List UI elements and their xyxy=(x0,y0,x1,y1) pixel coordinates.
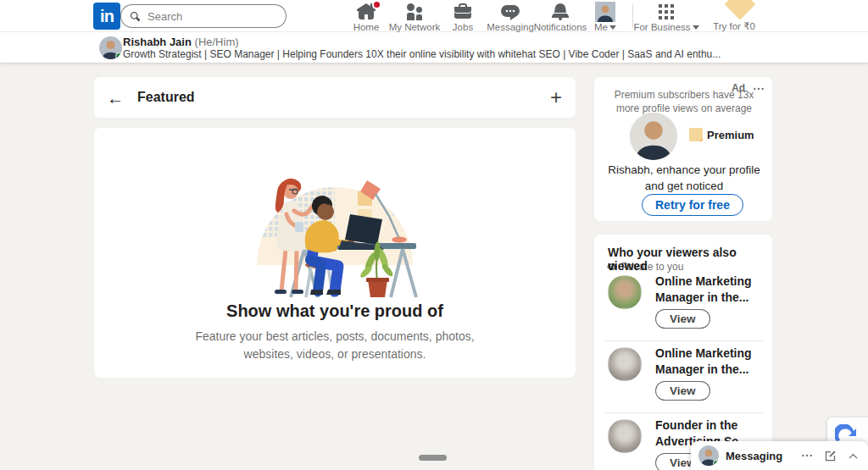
nav-label-for-business: For Business xyxy=(633,22,690,32)
privacy-row: Private to you xyxy=(606,261,683,273)
view-button[interactable]: View xyxy=(655,309,710,329)
premium-ad-card: Ad Premium subscribers have 13x more pro… xyxy=(593,76,773,222)
viewer-avatar[interactable] xyxy=(608,275,642,309)
linkedin-logo[interactable]: in xyxy=(93,3,120,30)
search-input[interactable] xyxy=(147,10,266,23)
viewer-avatar[interactable] xyxy=(608,419,642,453)
nav-item-for-business[interactable]: For Business xyxy=(637,0,695,32)
divider xyxy=(604,412,764,413)
back-button[interactable]: ← xyxy=(103,86,127,110)
horizontal-scrollbar-thumb[interactable] xyxy=(419,455,447,461)
profile-context-bar: Rishabh Jain (He/Him) Growth Strategist … xyxy=(0,32,868,64)
empty-state-description: Feature your best articles, posts, docum… xyxy=(191,328,479,363)
nav-item-me[interactable]: Me xyxy=(587,0,624,32)
viewer-name[interactable]: Online Marketing Manager in the... xyxy=(655,274,765,306)
nav-label-me: Me xyxy=(594,22,608,32)
viewer-name[interactable]: Online Marketing Manager in the... xyxy=(655,346,765,378)
divider xyxy=(604,340,764,341)
top-navigation-bar: in Home My Network Job xyxy=(0,0,868,32)
premium-badge: Premium xyxy=(689,128,754,141)
viewer-avatar[interactable] xyxy=(608,347,642,381)
search-icon xyxy=(129,10,142,23)
view-button[interactable]: View xyxy=(655,381,710,401)
nav-label-jobs: Jobs xyxy=(453,22,473,32)
ad-tagline: Premium subscribers have 13x more profil… xyxy=(608,88,760,115)
messaging-avatar xyxy=(698,445,719,466)
chevron-up-icon[interactable] xyxy=(847,450,860,462)
messaging-dock[interactable]: Messaging xyxy=(691,441,868,470)
online-status-dot xyxy=(115,53,122,59)
nav-label-messaging: Messaging xyxy=(487,22,534,32)
linkedin-featured-page: in Home My Network Job xyxy=(0,0,868,470)
home-icon xyxy=(356,2,376,22)
ad-profile-photo xyxy=(630,113,677,160)
search-box[interactable] xyxy=(120,4,287,28)
premium-label: Premium xyxy=(707,129,754,141)
nav-item-premium-trial[interactable]: Try for ₹0 xyxy=(709,0,760,32)
nav-label-home: Home xyxy=(353,22,380,32)
ad-headline: Rishabh, enhance your profile and get no… xyxy=(606,163,762,195)
eye-icon xyxy=(606,261,618,273)
add-featured-button[interactable]: + xyxy=(544,86,568,109)
profile-avatar[interactable] xyxy=(99,36,122,59)
nav-label-premium-trial: Try for ₹0 xyxy=(713,20,755,32)
chevron-down-icon xyxy=(609,25,616,30)
nav-item-notifications[interactable]: Notifications xyxy=(528,0,593,32)
empty-state-title: Show what you're proud of xyxy=(93,301,576,321)
chevron-down-icon xyxy=(693,25,699,30)
nav-label-notifications: Notifications xyxy=(534,22,587,32)
nav-label-my-network: My Network xyxy=(389,22,441,32)
messaging-dock-title: Messaging xyxy=(726,450,782,462)
featured-empty-illustration xyxy=(233,138,437,299)
viewers-also-viewed-card: Who your viewers also viewed Private to … xyxy=(593,234,773,470)
more-icon[interactable] xyxy=(800,449,814,462)
profile-pronouns: (He/Him) xyxy=(195,36,239,48)
notification-badge xyxy=(372,0,381,9)
messaging-icon xyxy=(500,2,520,22)
profile-headline: Growth Strategist | SEO Manager | Helpin… xyxy=(123,48,733,60)
online-status-dot xyxy=(713,460,719,466)
nav-item-my-network[interactable]: My Network xyxy=(382,0,447,32)
viewer-list-item: Online Marketing Manager in the... View xyxy=(608,274,760,340)
viewer-list-item: Online Marketing Manager in the... View xyxy=(608,346,760,412)
jobs-icon xyxy=(453,2,473,22)
compose-icon[interactable] xyxy=(824,450,837,462)
nav-item-jobs[interactable]: Jobs xyxy=(442,0,484,32)
premium-icon xyxy=(689,128,703,141)
profile-name: Rishabh Jain xyxy=(123,36,192,48)
me-avatar xyxy=(595,2,615,22)
grid-icon xyxy=(656,2,676,22)
notifications-icon xyxy=(550,2,570,22)
page-title: Featured xyxy=(137,90,195,105)
retry-for-free-button[interactable]: Retry for free xyxy=(642,194,743,216)
privacy-label: Private to you xyxy=(621,261,683,273)
my-network-icon xyxy=(404,2,425,22)
